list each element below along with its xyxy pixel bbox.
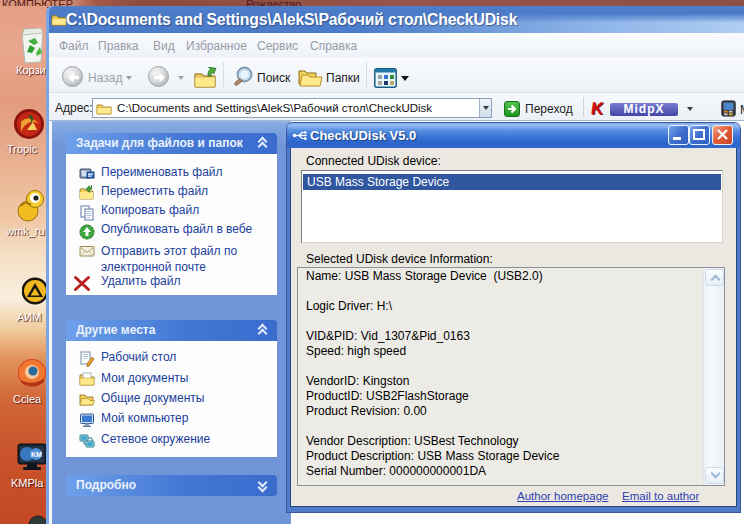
svg-text:KM: KM bbox=[31, 451, 42, 458]
